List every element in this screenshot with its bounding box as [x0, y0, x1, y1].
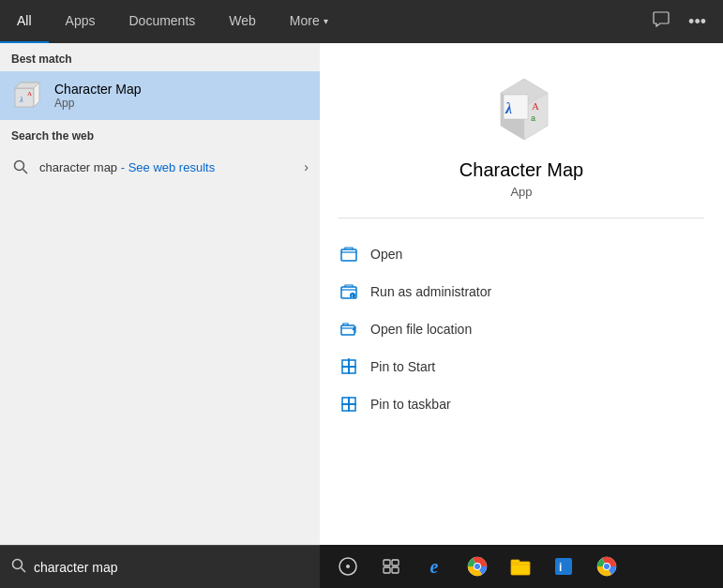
svg-rect-25	[342, 398, 349, 404]
app-icon-large: λ A a	[484, 71, 559, 146]
svg-point-29	[13, 560, 23, 569]
app-preview: λ A a Character Map App	[339, 71, 704, 219]
svg-rect-42	[511, 560, 520, 563]
nav-tab-more[interactable]: More ▾	[273, 0, 345, 43]
chrome-button-1[interactable]	[457, 549, 498, 584]
action-open[interactable]: Open	[339, 235, 704, 273]
character-map-icon: λ A	[11, 79, 45, 113]
chrome-button-2[interactable]	[586, 549, 627, 584]
best-match-item[interactable]: λ A Character Map App	[0, 71, 320, 120]
arrow-right-icon: ›	[304, 159, 309, 174]
svg-rect-19	[341, 325, 354, 335]
svg-line-30	[22, 568, 26, 573]
svg-rect-15	[341, 249, 356, 261]
search-bar	[0, 545, 320, 588]
best-match-label: Best match	[0, 43, 320, 71]
web-section-label: Search the web	[0, 120, 320, 148]
svg-rect-43	[555, 558, 572, 575]
svg-rect-28	[349, 404, 355, 411]
svg-text:a: a	[531, 113, 535, 123]
svg-rect-34	[392, 560, 399, 565]
svg-rect-21	[349, 360, 355, 367]
svg-rect-27	[342, 404, 349, 411]
nav-tab-apps[interactable]: Apps	[49, 0, 113, 43]
svg-rect-35	[384, 567, 390, 573]
action-open-label: Open	[370, 247, 402, 262]
svg-rect-26	[349, 398, 355, 404]
see-results-text: - See web results	[121, 160, 215, 174]
action-pin-taskbar[interactable]: Pin to taskbar	[339, 385, 704, 423]
left-panel: Best match λ A Character Map	[0, 43, 320, 588]
svg-rect-36	[392, 567, 399, 573]
svg-text:λ: λ	[19, 95, 23, 104]
taskbar: e i	[320, 545, 723, 588]
feedback-icon[interactable]	[647, 8, 675, 37]
nav-tab-more-label: More	[290, 13, 320, 28]
svg-line-6	[23, 170, 28, 174]
open-location-icon	[339, 319, 359, 339]
nav-tab-documents[interactable]: Documents	[112, 0, 212, 43]
nav-tabs: All Apps Documents Web More ▾	[0, 0, 345, 43]
search-bar-icon	[11, 558, 26, 576]
svg-point-32	[346, 565, 350, 568]
edge-button[interactable]: e	[414, 549, 455, 584]
action-list: Open ! Run as administrator	[339, 228, 704, 423]
svg-text:λ: λ	[505, 100, 512, 116]
svg-point-39	[474, 564, 480, 569]
action-pin-start[interactable]: Pin to Start	[339, 348, 704, 385]
main-content: Best match λ A Character Map	[0, 43, 723, 588]
nav-tab-web[interactable]: Web	[212, 0, 273, 43]
search-input[interactable]	[34, 560, 309, 575]
nav-right-icons: •••	[647, 0, 723, 43]
file-explorer-button[interactable]	[500, 549, 541, 584]
search-icon	[11, 158, 30, 176]
svg-rect-33	[384, 560, 390, 565]
web-search-item[interactable]: character map - See web results ›	[0, 148, 320, 186]
action-run-admin-label: Run as administrator	[370, 284, 491, 299]
edge-icon: e	[430, 556, 439, 578]
nav-tab-all-label: All	[17, 13, 32, 28]
ellipsis-icon[interactable]: •••	[683, 8, 712, 36]
action-pin-taskbar-label: Pin to taskbar	[370, 397, 451, 412]
web-query: character map	[39, 160, 117, 174]
pin-start-icon	[339, 356, 359, 377]
svg-text:A: A	[27, 90, 32, 98]
action-run-admin[interactable]: ! Run as administrator	[339, 273, 704, 310]
right-panel: λ A a Character Map App	[320, 43, 723, 588]
task-view-button[interactable]	[370, 549, 412, 584]
blue-app-button[interactable]: i	[543, 549, 584, 584]
chevron-down-icon: ▾	[324, 16, 328, 26]
svg-point-47	[604, 564, 610, 569]
nav-tab-all[interactable]: All	[0, 0, 49, 43]
svg-rect-23	[349, 367, 355, 373]
nav-tab-web-label: Web	[229, 13, 256, 28]
svg-rect-20	[342, 360, 349, 367]
svg-rect-40	[511, 562, 530, 575]
app-name: Character Map	[459, 159, 583, 181]
best-match-subtitle: App	[54, 97, 309, 110]
app-type: App	[510, 185, 532, 199]
best-match-title: Character Map	[54, 82, 309, 97]
svg-text:i: i	[559, 561, 562, 574]
action-open-location[interactable]: Open file location	[339, 310, 704, 348]
pin-taskbar-icon	[339, 394, 359, 415]
svg-rect-22	[342, 367, 349, 373]
action-open-location-label: Open file location	[370, 322, 472, 337]
best-match-text: Character Map App	[54, 82, 309, 110]
nav-tab-documents-label: Documents	[128, 13, 195, 28]
top-nav: All Apps Documents Web More ▾ •••	[0, 0, 723, 43]
web-search-text: character map - See web results	[39, 160, 304, 174]
svg-text:A: A	[532, 100, 539, 112]
run-admin-icon: !	[339, 281, 359, 302]
svg-point-5	[15, 161, 24, 171]
open-icon	[339, 244, 359, 264]
nav-tab-apps-label: Apps	[66, 13, 96, 28]
action-pin-start-label: Pin to Start	[370, 359, 435, 374]
start-button[interactable]	[327, 549, 369, 584]
